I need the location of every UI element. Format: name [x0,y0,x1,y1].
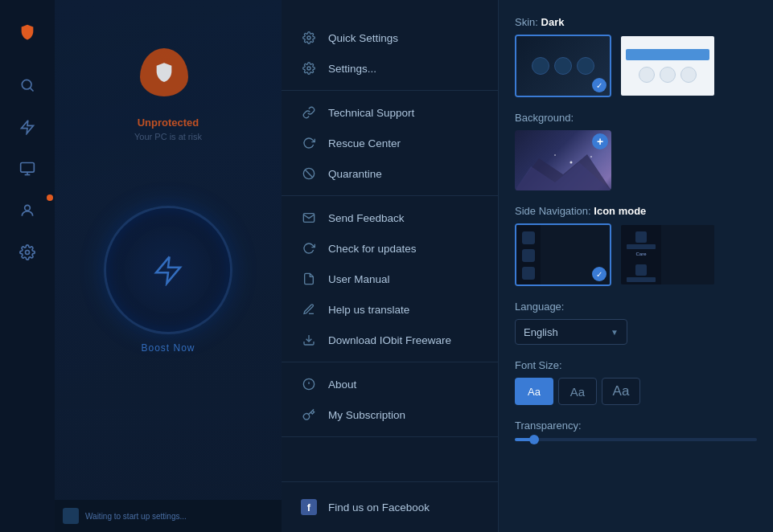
settings-panel: Skin: Dark ✓ [499,0,773,532]
sidebar-icon-search[interactable] [10,68,45,103]
notification-dot [47,194,53,201]
unprotected-text: Unprotected [138,117,199,129]
svg-point-6 [26,251,30,255]
svg-point-0 [22,80,31,89]
my-subscription-label: My Subscription [328,409,405,421]
skin-label: Skin: Dark [515,16,757,28]
help-translate-icon [301,301,317,317]
boost-now-text: Boost Now [141,342,195,354]
sidenav-icon-mode-thumb[interactable]: ✓ [515,223,611,286]
skin-options: ✓ [515,35,757,97]
menu-section-3: Send Feedback Check for updates User Man… [282,196,498,362]
slider-track[interactable] [515,438,757,441]
technical-support-icon [301,104,317,121]
help-translate-label: Help us translate [328,304,409,316]
sidebar-icon-tools[interactable] [10,151,45,186]
menu-item-quick-settings[interactable]: Quick Settings [282,23,498,53]
menu-footer: f Find us on Facebook [282,481,498,532]
app-main-area: Unprotected Your PC is at risk Boost Now [55,0,282,532]
send-feedback-icon [301,210,317,226]
settings-label: Settings... [328,63,376,75]
language-dropdown[interactable]: English ▼ [515,319,627,345]
transparency-slider [515,438,757,441]
side-nav-value: Icon mode [594,205,646,217]
side-nav-label: Side Navigation: Icon mode [515,205,757,217]
menu-item-my-subscription[interactable]: My Subscription [282,399,498,430]
font-size-small-button[interactable]: Aa [515,378,553,405]
svg-point-19 [554,154,556,156]
svg-line-1 [31,88,34,92]
facebook-label: Find us on Facebook [328,501,430,514]
technical-support-label: Technical Support [328,107,414,119]
sidebar-icon-security[interactable] [10,193,45,228]
sidenav-icon-checkmark: ✓ [592,267,606,281]
menu-item-help-translate[interactable]: Help us translate [282,294,498,325]
background-setting: Background: + [515,112,757,190]
svg-line-10 [305,170,312,177]
about-icon [301,376,317,392]
menu-item-user-manual[interactable]: User Manual [282,264,498,294]
menu-item-check-updates[interactable]: Check for updates [282,233,498,264]
user-manual-icon [301,271,317,287]
about-label: About [328,379,356,391]
check-updates-label: Check for updates [328,243,417,255]
facebook-icon: f [301,499,317,515]
svg-rect-2 [21,163,35,173]
skin-dark-thumb[interactable]: ✓ [515,35,611,97]
svg-point-5 [25,205,31,211]
thin-sidebar [0,0,55,532]
menu-section-4: About My Subscription [282,362,498,437]
background-preview: + [515,130,611,190]
menu-item-facebook[interactable]: f Find us on Facebook [282,492,498,522]
dropdown-arrow: ▼ [611,328,619,337]
download-freeware-label: Download IObit Freeware [328,334,451,346]
app-logo-circle [104,206,232,334]
menu-item-send-feedback[interactable]: Send Feedback [282,203,498,233]
quarantine-icon [301,166,317,182]
font-size-medium-button[interactable]: Aa [558,378,597,405]
unprotected-subtext: Your PC is at risk [134,132,202,141]
send-feedback-label: Send Feedback [328,212,405,224]
bottom-bar: Waiting to start up settings... [55,500,282,532]
language-value: English [524,326,558,338]
menu-section-1: Quick Settings Settings... [282,16,498,91]
rescue-center-label: Rescue Center [328,137,401,149]
sidebar-icon-shield[interactable] [10,14,45,50]
rescue-center-icon [301,135,317,151]
mountain-svg [515,150,611,190]
download-freeware-icon [301,332,317,348]
font-size-label: Font Size: [515,359,757,371]
menu-item-download-freeware[interactable]: Download IObit Freeware [282,325,498,355]
svg-point-7 [307,36,310,39]
menu-section-2: Technical Support Rescue Center Quaranti… [282,91,498,196]
svg-point-8 [307,67,310,70]
font-size-large-button[interactable]: Aa [602,378,640,405]
quick-settings-icon [301,30,317,46]
transparency-setting: Transparency: [515,419,757,441]
sidenav-options: ✓ Care Speed Up [515,223,757,286]
sidebar-icon-boost[interactable] [10,109,45,145]
menu-item-rescue-center[interactable]: Rescue Center [282,128,498,158]
slider-thumb[interactable] [529,435,539,444]
sidebar-icon-settings[interactable] [10,235,45,270]
skin-value: Dark [541,16,565,28]
my-subscription-icon [301,407,317,423]
side-navigation-setting: Side Navigation: Icon mode ✓ [515,205,757,286]
background-add-button[interactable]: + [592,133,608,149]
menu-panel: Quick Settings Settings... Technical Sup… [282,0,499,532]
sidenav-text-mode-thumb[interactable]: Care Speed Up [619,223,716,286]
menu-item-about[interactable]: About [282,369,498,399]
skin-dark-checkmark: ✓ [592,78,606,92]
font-size-options: Aa Aa Aa [515,378,757,405]
settings-icon [301,60,317,76]
skin-light-thumb[interactable] [619,35,716,97]
menu-item-technical-support[interactable]: Technical Support [282,97,498,128]
skin-setting: Skin: Dark ✓ [515,16,757,97]
quick-settings-label: Quick Settings [328,32,398,44]
transparency-label: Transparency: [515,419,757,432]
bottom-bar-icon [63,508,79,524]
svg-point-17 [570,162,573,164]
menu-item-settings[interactable]: Settings... [282,53,498,84]
menu-item-quarantine[interactable]: Quarantine [282,158,498,189]
language-setting: Language: English ▼ [515,301,757,345]
